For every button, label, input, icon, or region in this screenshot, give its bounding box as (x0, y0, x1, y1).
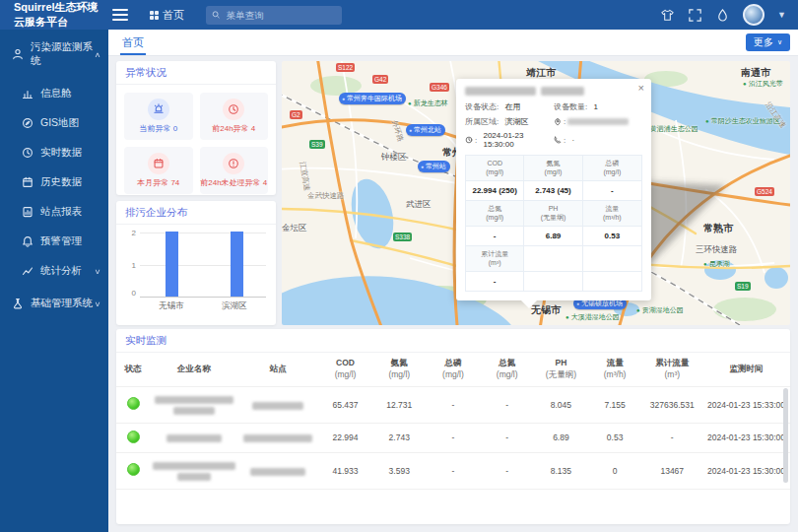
panel-title: 异常状况 (116, 61, 276, 85)
station-redacted (237, 386, 318, 423)
map-poi-station[interactable]: 常州站 (418, 161, 450, 172)
sidebar-item-alert-management[interactable]: 预警管理 (0, 227, 108, 256)
location-pin-icon (554, 118, 562, 126)
site-info-popup: × 设备状态: 在用 设备数量: 1 所属区域: 滨湖区 : : 2024-01… (456, 79, 651, 300)
map-poi-park[interactable]: 新龙生态林 (408, 99, 448, 108)
x-label: 无锡市 (140, 300, 203, 312)
clock-icon (465, 136, 473, 144)
close-icon[interactable]: × (638, 83, 644, 94)
table-row[interactable]: 22.994 2.743 - - 6.89 0.53 - 2024-01-23 … (116, 423, 790, 452)
table-row[interactable]: 65.437 12.731 - - 8.045 7.155 327636.531… (116, 386, 790, 423)
sidebar-group-basic-management[interactable]: 基础管理系统 ∨ (0, 286, 108, 321)
info-cabin-icon (22, 88, 33, 100)
phone-icon (554, 136, 562, 144)
metric-tn-value: - (466, 227, 524, 246)
search-icon (212, 10, 221, 20)
fullscreen-icon[interactable] (688, 8, 702, 23)
status-dot-green (127, 431, 140, 443)
flame-icon[interactable] (715, 8, 730, 23)
card-current-abnormal[interactable]: 当前异常 0 (124, 93, 193, 140)
device-count-value: 1 (593, 102, 597, 111)
status-dot-green (127, 397, 140, 410)
map-poi-lake[interactable]: 昆承湖 (703, 259, 730, 269)
device-status-value: 在用 (504, 101, 520, 112)
map-road-badge: S19 (735, 282, 751, 291)
card-month-abnormal[interactable]: 本月异常 74 (124, 147, 193, 194)
status-dot-green (127, 463, 140, 476)
company-name-redacted (150, 386, 237, 423)
map-poi-park[interactable]: 常阴沙生态农业旅游区 (705, 116, 780, 126)
chevron-up-icon: ∧ (95, 50, 101, 58)
map-road-label: 金武快速路 (307, 191, 345, 201)
menu-toggle-icon[interactable] (112, 9, 128, 21)
metric-cod-value: 22.994 (250) (466, 181, 524, 201)
topbar-home-label: 首页 (163, 8, 184, 23)
line-chart-icon (22, 265, 33, 277)
map-poi-park[interactable]: 黄泗浦生态公园 (644, 124, 698, 134)
monitor-table: 状态 企业名称 站点 COD(mg/l) 氨氮(mg/l) 总磷(mg/l) 总… (116, 353, 790, 489)
clock-alert-icon (228, 103, 239, 115)
more-button[interactable]: 更多 ∨ (746, 33, 790, 51)
sidebar-item-station-report[interactable]: 站点报表 (0, 197, 108, 227)
sidebar-item-statistics[interactable]: 统计分析 ∨ (0, 256, 108, 286)
map-road-label: 三环快速路 (696, 244, 738, 256)
enterprise-distribution-panel: 排污企业分布 2 1 0 无锡市 滨湖区 (116, 201, 276, 325)
sidebar-item-history-data[interactable]: 历史数据 (0, 167, 108, 197)
popup-metrics-table: COD(mg/l) 氨氮(mg/l) 总磷(mg/l) 22.994 (250)… (465, 155, 642, 292)
map-poi-station[interactable]: 常州北站 (406, 124, 445, 136)
topbar-home-link[interactable]: 首页 (150, 8, 184, 23)
theme-skin-icon[interactable] (660, 8, 675, 23)
clock-icon (22, 147, 33, 159)
chevron-down-icon: ∨ (95, 299, 101, 307)
home-grid-icon (150, 11, 159, 20)
chevron-down-icon: ∨ (95, 267, 101, 275)
card-24h-abnormal[interactable]: 前24h异常 4 (200, 93, 269, 140)
report-icon (22, 206, 33, 218)
map-district-label: 钟楼区 (381, 152, 407, 164)
vertical-scrollbar[interactable] (783, 388, 788, 483)
topbar: Squirrel生态环境云服务平台 首页 ▼ (0, 0, 798, 30)
map-poi-park[interactable]: 大溪港湿地公园 (565, 312, 620, 322)
calendar-icon (153, 158, 165, 169)
chevron-down-icon: ∨ (777, 38, 782, 46)
metric-ph-value: 6.89 (524, 227, 582, 246)
user-avatar[interactable] (743, 4, 765, 26)
map-poi-airport[interactable]: 常州奔牛国际机场 (339, 93, 406, 104)
station-redacted (237, 452, 318, 489)
table-row[interactable]: 41.933 3.593 - - 8.135 0 13467 2024-01-2… (116, 452, 790, 489)
tab-home[interactable]: 首页 (120, 30, 146, 55)
region-value: 滨湖区 (504, 116, 528, 127)
alert-circle-icon (228, 158, 239, 169)
sidebar: 污染源监测系统 ∧ 信息舱 GIS地图 实时数据 历史数据 站点报表 (0, 30, 108, 532)
sidebar-item-gis-map[interactable]: GIS地图 (0, 108, 108, 138)
dashboard-root: { "topbar": { "logo": "Squirrel生态环境云服务平台… (0, 0, 798, 532)
pollution-system-icon (12, 48, 24, 60)
tab-bar: 首页 更多 ∨ (108, 30, 798, 56)
map-poi-park[interactable]: 沿江风光带 (743, 79, 783, 89)
map-road-badge: G346 (430, 83, 449, 92)
panel-title: 实时监测 (116, 329, 790, 353)
map-road-badge: S338 (393, 233, 412, 241)
app-logo: Squirrel生态环境云服务平台 (14, 0, 108, 30)
bar-wuxi (166, 232, 178, 297)
y-tick: 2 (126, 229, 136, 237)
sidebar-group-pollution-monitor[interactable]: 污染源监测系统 ∧ (0, 30, 108, 79)
phone-value: · (571, 136, 574, 145)
user-menu-chevron-down-icon[interactable]: ▼ (777, 10, 786, 20)
sidebar-item-info-cabin[interactable]: 信息舱 (0, 79, 108, 108)
x-label: 滨湖区 (203, 300, 266, 312)
panel-title: 排污企业分布 (116, 201, 276, 225)
metric-tp-value: - (583, 181, 641, 201)
search-input[interactable] (225, 9, 336, 22)
station-redacted (237, 423, 318, 452)
map-district-label: 金坛区 (282, 223, 307, 234)
gis-map-icon (22, 117, 33, 129)
card-24h-unhandled-abnormal[interactable]: 前24h未处理异常 4 (200, 147, 269, 194)
map-poi-park[interactable]: 贡湖湿地公园 (636, 305, 684, 315)
bell-icon (22, 235, 33, 247)
metric-nh3-value: 2.743 (45) (524, 181, 582, 201)
sidebar-item-realtime-data[interactable]: 实时数据 (0, 138, 108, 167)
gis-map[interactable]: 靖江市 南通市 常州市 无锡市 常熟市 港市 武进区 钟楼区 滨湖区 金坛区 金… (282, 61, 790, 325)
address-redacted (567, 118, 629, 125)
menu-search[interactable] (206, 6, 342, 25)
